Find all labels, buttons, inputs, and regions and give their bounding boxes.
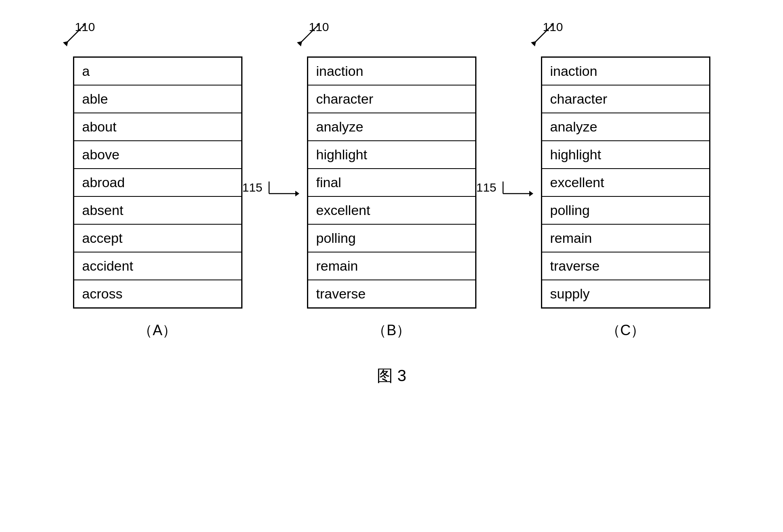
diagram-c: 110 115 inaction character analyze <box>541 56 710 340</box>
item-text: abroad <box>73 169 242 196</box>
list-item: highlight <box>307 141 476 169</box>
list-item: excellent <box>541 169 710 196</box>
svg-marker-6 <box>295 191 299 196</box>
list-item: absent <box>73 196 242 224</box>
item-text: excellent <box>541 169 710 196</box>
arrow-110-b: 110 <box>287 20 335 54</box>
svg-marker-3 <box>297 41 302 46</box>
label-110-b: 110 <box>309 20 329 34</box>
item-text: remain <box>307 252 476 280</box>
arrow-110-a: 110 <box>53 20 101 54</box>
diagram-b: 110 115 inaction character analyze <box>307 56 476 340</box>
item-text: supply <box>541 280 710 308</box>
list-item: polling <box>307 224 476 252</box>
item-text: analyze <box>307 113 476 141</box>
list-item: polling <box>541 196 710 224</box>
list-item: traverse <box>307 280 476 308</box>
item-text: inaction <box>541 57 710 86</box>
list-item: analyze <box>307 113 476 141</box>
list-item: analyze <box>541 113 710 141</box>
list-item: abroad <box>73 169 242 196</box>
list-b: inaction character analyze highlight fin… <box>307 56 476 309</box>
item-text: traverse <box>307 280 476 308</box>
item-text: above <box>73 141 242 169</box>
list-item: remain <box>307 252 476 280</box>
item-text: inaction <box>307 57 476 86</box>
label-110-c: 110 <box>543 20 563 34</box>
item-text: traverse <box>541 252 710 280</box>
caption-a: （A） <box>138 321 177 340</box>
caption-c: （C） <box>606 321 645 340</box>
svg-marker-11 <box>529 191 533 196</box>
item-text: polling <box>541 196 710 224</box>
label-110-a: 110 <box>75 20 95 34</box>
list-c: inaction character analyze highlight exc… <box>541 56 710 309</box>
item-text: highlight <box>541 141 710 169</box>
item-text: character <box>307 85 476 113</box>
arrow-115-c: 115 <box>476 177 555 198</box>
item-text: absent <box>73 196 242 224</box>
diagrams-row: 110 a able about above abroad absent acc… <box>73 24 710 340</box>
list-item: traverse <box>541 252 710 280</box>
item-text: highlight <box>307 141 476 169</box>
list-item: character <box>541 85 710 113</box>
item-text: about <box>73 113 242 141</box>
item-text: excellent <box>307 196 476 224</box>
list-item: across <box>73 280 242 308</box>
list-item: accept <box>73 224 242 252</box>
list-item: inaction <box>541 57 710 86</box>
list-a: a able about above abroad absent accept … <box>73 56 242 309</box>
item-text: a <box>73 57 242 86</box>
item-text: across <box>73 280 242 308</box>
item-text: remain <box>541 224 710 252</box>
arrow-110-c: 110 <box>521 20 569 54</box>
list-item: able <box>73 85 242 113</box>
list-item: a <box>73 57 242 86</box>
caption-b: （B） <box>372 321 411 340</box>
list-item: character <box>307 85 476 113</box>
list-item: highlight <box>541 141 710 169</box>
label-115-b: 115 <box>242 181 263 194</box>
svg-marker-1 <box>63 41 68 46</box>
item-text: polling <box>307 224 476 252</box>
list-item: remain <box>541 224 710 252</box>
svg-marker-8 <box>531 41 536 46</box>
main-container: 110 a able about above abroad absent acc… <box>0 0 783 387</box>
item-text: final <box>307 169 476 196</box>
label-115-c: 115 <box>476 181 497 194</box>
list-item: supply <box>541 280 710 308</box>
list-item: excellent <box>307 196 476 224</box>
item-text: accident <box>73 252 242 280</box>
list-item: about <box>73 113 242 141</box>
item-text: character <box>541 85 710 113</box>
diagram-a: 110 a able about above abroad absent acc… <box>73 56 242 340</box>
list-item: final <box>307 169 476 196</box>
list-item: inaction <box>307 57 476 86</box>
figure-caption: 图 3 <box>377 365 406 387</box>
arrow-115-b: 115 <box>242 177 322 198</box>
item-text: analyze <box>541 113 710 141</box>
list-item: above <box>73 141 242 169</box>
item-text: able <box>73 85 242 113</box>
item-text: accept <box>73 224 242 252</box>
list-item: accident <box>73 252 242 280</box>
